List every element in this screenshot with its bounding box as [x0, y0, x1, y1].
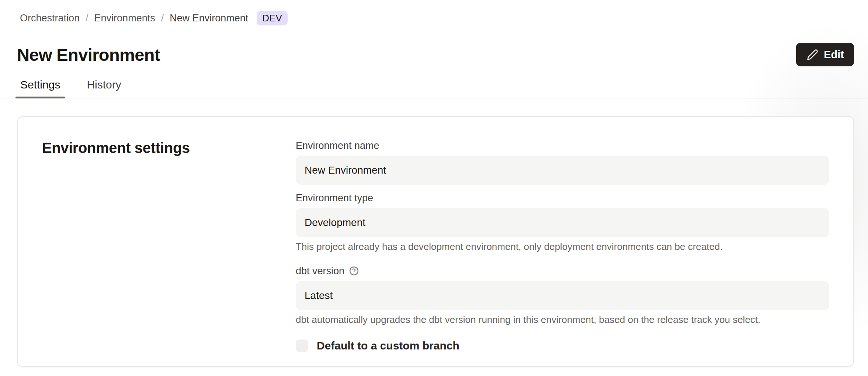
breadcrumb-environments[interactable]: Environments — [94, 13, 155, 24]
page-header: New Environment Edit — [17, 42, 854, 67]
environment-name-label: Environment name — [296, 140, 829, 152]
field-environment-name: Environment name — [296, 140, 829, 185]
dbt-version-input[interactable] — [296, 281, 829, 310]
tab-bar: Settings History — [0, 76, 868, 98]
environment-name-input[interactable] — [296, 156, 829, 185]
page-title: New Environment — [17, 45, 160, 65]
field-environment-type: Environment type This project already ha… — [296, 192, 829, 253]
environment-settings-card: Environment settings Environment name En… — [17, 116, 854, 367]
circle-question-icon[interactable] — [349, 266, 359, 276]
breadcrumb-orchestration[interactable]: Orchestration — [20, 13, 80, 24]
environment-type-helper-text: This project already has a development e… — [296, 241, 829, 253]
section-title: Environment settings — [42, 140, 296, 156]
breadcrumb-separator: / — [161, 13, 164, 24]
custom-branch-label: Default to a custom branch — [317, 340, 459, 352]
edit-button-label: Edit — [824, 49, 844, 61]
field-dbt-version: dbt version dbt automatically upgrades t… — [296, 265, 829, 325]
breadcrumb-current[interactable]: New Environment — [170, 13, 248, 24]
breadcrumb-separator: / — [86, 13, 88, 24]
dev-badge: DEV — [257, 11, 287, 25]
environment-type-label: Environment type — [296, 192, 829, 204]
environment-settings-form: Environment name Environment type This p… — [296, 140, 829, 366]
dbt-version-label: dbt version — [296, 265, 829, 277]
custom-branch-row: Default to a custom branch — [296, 340, 829, 352]
dbt-version-helper-text: dbt automatically upgrades the dbt versi… — [296, 314, 829, 326]
dbt-version-label-text: dbt version — [296, 265, 344, 277]
breadcrumb: Orchestration / Environments / New Envir… — [20, 11, 868, 25]
card-left-column: Environment settings — [42, 140, 296, 366]
edit-button[interactable]: Edit — [796, 43, 854, 66]
tab-settings[interactable]: Settings — [15, 76, 65, 98]
tab-history[interactable]: History — [82, 76, 126, 98]
custom-branch-checkbox[interactable] — [296, 340, 308, 352]
environment-type-input[interactable] — [296, 208, 829, 237]
pencil-icon — [807, 49, 818, 60]
